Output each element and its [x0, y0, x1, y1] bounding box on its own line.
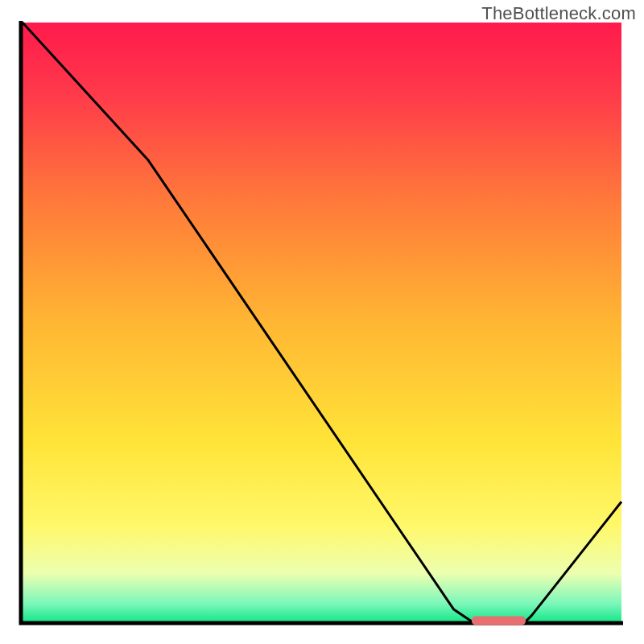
optimal-zone-marker [472, 617, 526, 625]
plot-area [23, 23, 621, 621]
bottleneck-chart [0, 0, 644, 644]
watermark-text: TheBottleneck.com [481, 3, 636, 24]
